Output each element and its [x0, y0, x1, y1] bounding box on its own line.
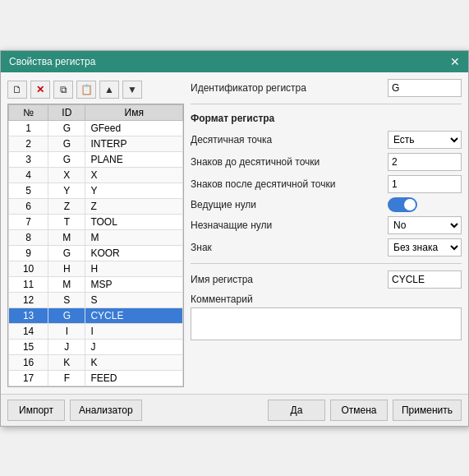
- cell-name: H: [85, 261, 183, 276]
- import-button[interactable]: Импорт: [7, 400, 65, 421]
- table-header-row: № ID Имя: [9, 104, 183, 120]
- cell-id: K: [48, 354, 85, 370]
- table-row[interactable]: 12 S S: [9, 292, 183, 307]
- bottom-right: Да Отмена Применить: [268, 400, 462, 421]
- digits-after-input[interactable]: [388, 175, 462, 193]
- cell-num: 1: [9, 120, 48, 136]
- table-row[interactable]: 8 M M: [9, 229, 183, 245]
- cell-num: 11: [9, 276, 48, 292]
- title-bar: Свойства регистра ✕: [1, 51, 468, 72]
- digits-after-row: Знаков после десятичной точки: [191, 175, 462, 193]
- comment-textarea[interactable]: [191, 307, 462, 340]
- cell-num: 2: [9, 136, 48, 151]
- col-num: №: [9, 104, 48, 120]
- cell-id: M: [48, 276, 85, 292]
- register-id-label: Идентификатор регистра: [191, 82, 383, 94]
- cell-id: G: [48, 120, 85, 136]
- cell-num: 15: [9, 339, 48, 354]
- table-row[interactable]: 10 H H: [9, 261, 183, 276]
- cell-num: 13: [9, 307, 48, 323]
- cell-num: 8: [9, 229, 48, 245]
- cell-name: FEED: [85, 370, 183, 386]
- table-row[interactable]: 1 G GFeed: [9, 120, 183, 136]
- sign-label: Знак: [191, 242, 383, 253]
- cell-num: 6: [9, 198, 48, 214]
- cancel-button[interactable]: Отмена: [330, 400, 388, 421]
- table-row[interactable]: 4 X X: [9, 167, 183, 183]
- register-table: № ID Имя 1 G GFeed 2 G INTERP 3 G PLANE …: [8, 104, 183, 386]
- insignificant-zeros-select[interactable]: No Yes: [388, 216, 462, 234]
- cell-name: J: [85, 339, 183, 354]
- table-row[interactable]: 11 M MSP: [9, 276, 183, 292]
- cell-name: Z: [85, 198, 183, 214]
- move-down-button[interactable]: ▼: [122, 81, 142, 99]
- table-row[interactable]: 13 G CYCLE: [9, 307, 183, 323]
- delete-button[interactable]: ✕: [30, 81, 50, 99]
- cell-num: 12: [9, 292, 48, 307]
- decimal-point-label: Десятичная точка: [191, 134, 383, 146]
- cell-id: G: [48, 307, 85, 323]
- cell-name: TOOL: [85, 214, 183, 229]
- register-id-input[interactable]: [388, 79, 462, 97]
- leading-zeros-toggle-container: [388, 197, 462, 212]
- close-button[interactable]: ✕: [450, 56, 460, 67]
- cell-num: 10: [9, 261, 48, 276]
- bottom-bar: Импорт Анализатор Да Отмена Применить: [1, 394, 468, 426]
- cell-name: X: [85, 167, 183, 183]
- cell-name: KOOR: [85, 245, 183, 261]
- cell-id: F: [48, 370, 85, 386]
- col-id: ID: [48, 104, 85, 120]
- cell-name: Y: [85, 183, 183, 198]
- cell-name: K: [85, 354, 183, 370]
- move-up-button[interactable]: ▲: [99, 81, 119, 99]
- table-row[interactable]: 16 K K: [9, 354, 183, 370]
- register-table-container: № ID Имя 1 G GFeed 2 G INTERP 3 G PLANE …: [7, 104, 184, 387]
- table-row[interactable]: 17 F FEED: [9, 370, 183, 386]
- decimal-point-select[interactable]: Есть Нет: [388, 131, 462, 149]
- register-name-label: Имя регистра: [191, 274, 383, 285]
- table-row[interactable]: 2 G INTERP: [9, 136, 183, 151]
- cell-num: 4: [9, 167, 48, 183]
- paste-button[interactable]: 📋: [76, 81, 96, 99]
- window-title: Свойства регистра: [9, 56, 95, 67]
- leading-zeros-label: Ведущие нули: [191, 199, 383, 210]
- table-row[interactable]: 15 J J: [9, 339, 183, 354]
- cell-id: G: [48, 136, 85, 151]
- register-name-input[interactable]: [388, 270, 462, 289]
- cell-num: 5: [9, 183, 48, 198]
- table-row[interactable]: 9 G KOOR: [9, 245, 183, 261]
- copy-button[interactable]: ⧉: [53, 81, 73, 99]
- main-window: Свойства регистра ✕ 🗋 ✕ ⧉ 📋 ▲ ▼ №: [0, 50, 469, 427]
- cell-name: INTERP: [85, 136, 183, 151]
- cell-name: MSP: [85, 276, 183, 292]
- digits-before-row: Знаков до десятичной точки: [191, 153, 462, 171]
- format-block: Десятичная точка Есть Нет Знаков до деся…: [191, 131, 462, 256]
- register-name-row: Имя регистра: [191, 270, 462, 289]
- leading-zeros-row: Ведущие нули: [191, 197, 462, 212]
- sign-select[interactable]: Без знака Знак Всегда знак: [388, 238, 462, 256]
- right-panel: Идентификатор регистра Формат регистра Д…: [191, 79, 462, 387]
- table-row[interactable]: 14 I I: [9, 323, 183, 339]
- cell-name: M: [85, 229, 183, 245]
- cell-num: 16: [9, 354, 48, 370]
- cell-id: H: [48, 261, 85, 276]
- cell-id: S: [48, 292, 85, 307]
- table-row[interactable]: 3 G PLANE: [9, 151, 183, 167]
- left-panel: 🗋 ✕ ⧉ 📋 ▲ ▼ № ID Имя: [7, 79, 184, 387]
- cell-name: CYCLE: [85, 307, 183, 323]
- table-row[interactable]: 5 Y Y: [9, 183, 183, 198]
- new-button[interactable]: 🗋: [7, 81, 27, 99]
- cell-num: 14: [9, 323, 48, 339]
- cell-id: Z: [48, 198, 85, 214]
- register-format-title: Формат регистра: [191, 113, 462, 124]
- apply-button[interactable]: Применить: [393, 400, 462, 421]
- analyzer-button[interactable]: Анализатор: [70, 400, 142, 421]
- cell-name: S: [85, 292, 183, 307]
- toolbar: 🗋 ✕ ⧉ 📋 ▲ ▼: [7, 79, 184, 100]
- digits-before-input[interactable]: [388, 153, 462, 171]
- yes-button[interactable]: Да: [268, 400, 325, 421]
- comment-section: Комментарий: [191, 293, 462, 343]
- table-row[interactable]: 6 Z Z: [9, 198, 183, 214]
- leading-zeros-toggle[interactable]: [388, 197, 417, 212]
- table-row[interactable]: 7 T TOOL: [9, 214, 183, 229]
